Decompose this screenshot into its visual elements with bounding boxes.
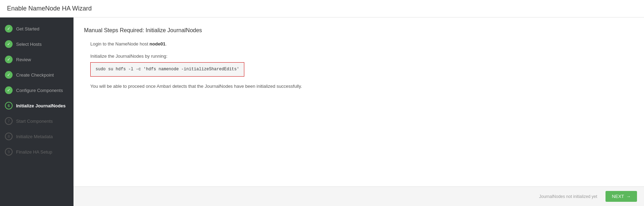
- check-icon-3: ✓: [7, 57, 10, 62]
- step-list: Login to the NameNode host node01. Initi…: [84, 41, 634, 90]
- sidebar-item-initialize-journalnodes[interactable]: 6 Initialize JournalNodes: [0, 98, 74, 113]
- sidebar-item-start-components: 7 Start Components: [0, 113, 74, 129]
- content-body: Manual Steps Required: Initialize Journa…: [74, 17, 644, 186]
- step-circle-finalize-ha-setup: 9: [5, 148, 13, 156]
- step-circle-start-components: 7: [5, 117, 13, 125]
- footer-status: JournalNodes not initialized yet: [539, 194, 597, 199]
- step-num-7: 7: [8, 119, 10, 123]
- next-label: NEXT: [612, 194, 624, 199]
- list-item-step3: You will be able to proceed once Ambari …: [90, 83, 634, 90]
- sidebar-label-finalize-ha-setup: Finalize HA Setup: [16, 149, 52, 155]
- step-circle-initialize-journalnodes: 6: [5, 102, 13, 109]
- check-icon-2: ✓: [7, 42, 10, 47]
- sidebar-item-initialize-metadata: 8 Initialize Metadata: [0, 129, 74, 144]
- sidebar-item-configure-components[interactable]: ✓ Configure Components: [0, 83, 74, 98]
- page-title: Enable NameNode HA Wizard: [0, 0, 644, 17]
- sidebar-item-select-hosts[interactable]: ✓ Select Hosts: [0, 36, 74, 52]
- step-circle-create-checkpoint: ✓: [5, 71, 13, 79]
- sidebar-label-initialize-metadata: Initialize Metadata: [16, 134, 53, 139]
- step-num-8: 8: [8, 134, 10, 138]
- step2-text: Initialize the JournalNodes by running:: [90, 54, 167, 59]
- sidebar-label-configure-components: Configure Components: [16, 88, 63, 93]
- main-layout: ✓ Get Started ✓ Select Hosts ✓ Review: [0, 17, 644, 206]
- step1-period: .: [166, 41, 167, 47]
- command-box[interactable]: sudo su hdfs -l -c 'hdfs namenode -initi…: [90, 62, 244, 77]
- sidebar-item-get-started[interactable]: ✓ Get Started: [0, 21, 74, 36]
- content-area: Manual Steps Required: Initialize Journa…: [74, 17, 644, 206]
- next-arrow-icon: →: [626, 194, 631, 199]
- sidebar-label-initialize-journalnodes: Initialize JournalNodes: [16, 103, 66, 108]
- step-num-6: 6: [8, 104, 10, 108]
- check-icon: ✓: [7, 26, 10, 31]
- sidebar-label-select-hosts: Select Hosts: [16, 42, 42, 47]
- step-num-9: 9: [8, 150, 10, 154]
- list-item-step2: Initialize the JournalNodes by running: …: [90, 53, 634, 78]
- sidebar-label-review: Review: [16, 57, 31, 62]
- sidebar-item-review[interactable]: ✓ Review: [0, 52, 74, 67]
- check-icon-4: ✓: [7, 72, 10, 77]
- check-icon-5: ✓: [7, 88, 10, 93]
- step-circle-initialize-metadata: 8: [5, 133, 13, 140]
- sidebar-item-create-checkpoint[interactable]: ✓ Create Checkpoint: [0, 67, 74, 83]
- app-container: Enable NameNode HA Wizard ✓ Get Started …: [0, 0, 644, 206]
- step-circle-get-started: ✓: [5, 25, 13, 33]
- step-circle-select-hosts: ✓: [5, 40, 13, 48]
- step1-hostname: node01: [149, 41, 166, 47]
- sidebar-label-get-started: Get Started: [16, 26, 39, 31]
- list-item-step1: Login to the NameNode host node01.: [90, 41, 634, 48]
- step1-text-before: Login to the NameNode host: [90, 41, 149, 47]
- next-button[interactable]: NEXT →: [606, 191, 637, 202]
- footer: JournalNodes not initialized yet NEXT →: [74, 186, 644, 206]
- sidebar: ✓ Get Started ✓ Select Hosts ✓ Review: [0, 17, 74, 206]
- sidebar-label-create-checkpoint: Create Checkpoint: [16, 72, 54, 78]
- sidebar-label-start-components: Start Components: [16, 119, 53, 124]
- step3-text: You will be able to proceed once Ambari …: [90, 84, 302, 89]
- section-title: Manual Steps Required: Initialize Journa…: [84, 27, 634, 34]
- step-circle-configure-components: ✓: [5, 86, 13, 94]
- step-circle-review: ✓: [5, 56, 13, 63]
- sidebar-item-finalize-ha-setup: 9 Finalize HA Setup: [0, 144, 74, 159]
